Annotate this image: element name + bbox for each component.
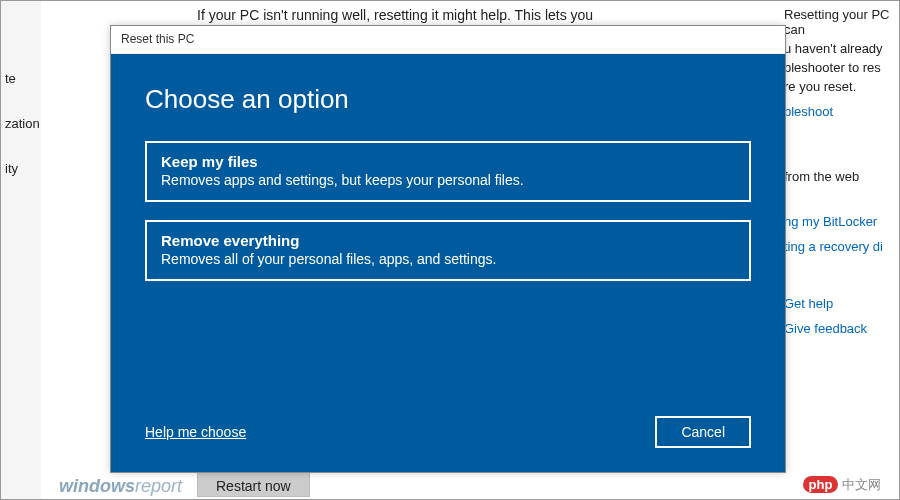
bitlocker-link[interactable]: ng my BitLocker (784, 214, 899, 229)
right-text: bleshooter to res (784, 60, 899, 75)
watermark-windowsreport: windowsreport (59, 476, 182, 497)
sidebar-fragment: te (1, 65, 41, 92)
option-title: Keep my files (161, 153, 735, 170)
settings-right-panel: Resetting your PC can u haven't already … (784, 7, 899, 336)
settings-sidebar: te zation ity (1, 1, 41, 499)
get-help-link[interactable]: Get help (784, 296, 899, 311)
watermark-phpcn: php 中文网 (803, 476, 881, 494)
sidebar-fragment: ity (1, 155, 41, 182)
restart-now-button[interactable]: Restart now (197, 471, 310, 497)
right-text: Resetting your PC can (784, 7, 899, 37)
option-description: Removes apps and settings, but keeps you… (161, 172, 735, 188)
reset-description: If your PC isn't running well, resetting… (197, 7, 717, 23)
right-text: from the web (784, 169, 899, 184)
dialog-body: Choose an option Keep my files Removes a… (111, 54, 785, 472)
dialog-title: Reset this PC (111, 26, 785, 54)
recovery-link[interactable]: ting a recovery di (784, 239, 899, 254)
option-keep-my-files[interactable]: Keep my files Removes apps and settings,… (145, 141, 751, 202)
option-remove-everything[interactable]: Remove everything Removes all of your pe… (145, 220, 751, 281)
cancel-button[interactable]: Cancel (655, 416, 751, 448)
dialog-heading: Choose an option (145, 84, 751, 115)
reset-pc-dialog: Reset this PC Choose an option Keep my f… (110, 25, 786, 473)
sidebar-fragment: zation (1, 110, 41, 137)
give-feedback-link[interactable]: Give feedback (784, 321, 899, 336)
right-text: re you reset. (784, 79, 899, 94)
option-title: Remove everything (161, 232, 735, 249)
option-description: Removes all of your personal files, apps… (161, 251, 735, 267)
right-text: u haven't already (784, 41, 899, 56)
dialog-footer: Help me choose Cancel (145, 416, 751, 448)
help-me-choose-link[interactable]: Help me choose (145, 424, 246, 440)
troubleshoot-link[interactable]: bleshoot (784, 104, 899, 119)
